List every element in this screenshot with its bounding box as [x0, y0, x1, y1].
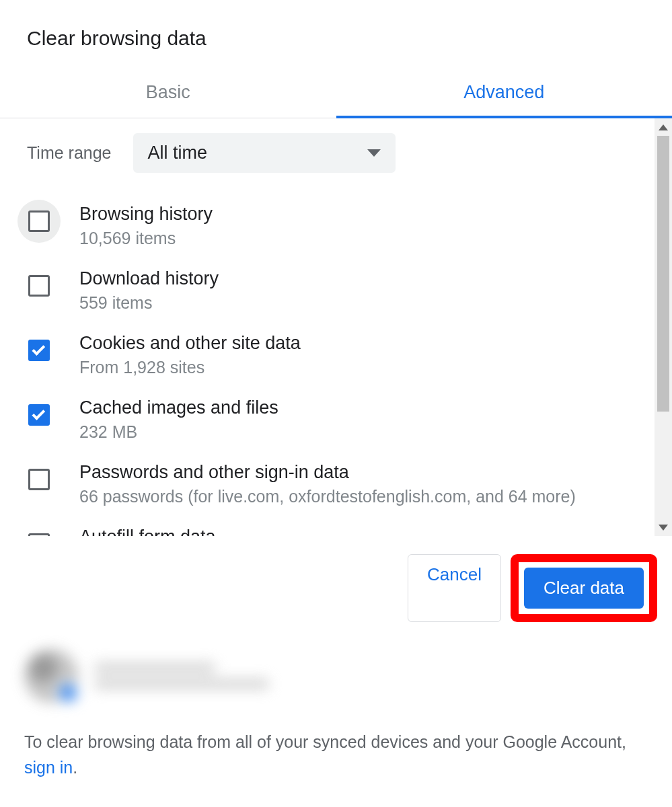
chevron-down-icon: [367, 149, 381, 157]
checkbox-icon[interactable]: [28, 340, 50, 361]
account-info-blurred: [0, 636, 672, 708]
option-browsing-history[interactable]: Browsing history 10,569 items: [17, 193, 634, 258]
dialog-actions: Cancel Clear data: [0, 536, 672, 636]
options-scroll-area: Time range All time Browsing history 10,…: [0, 118, 655, 536]
time-range-label: Time range: [27, 143, 112, 163]
dialog-body: Time range All time Browsing history 10,…: [0, 118, 672, 536]
tab-basic[interactable]: Basic: [0, 69, 336, 118]
triangle-down-icon: [659, 525, 668, 531]
option-cache[interactable]: Cached images and files 232 MB: [17, 387, 634, 451]
scroll-up-button[interactable]: [655, 118, 672, 136]
option-text: Autofill form data 2 addresses, 892 othe…: [79, 525, 346, 536]
time-range-value: All time: [148, 143, 208, 163]
option-subtitle: 10,569 items: [79, 229, 213, 248]
tab-advanced[interactable]: Advanced: [336, 69, 673, 118]
option-download-history[interactable]: Download history 559 items: [17, 258, 634, 322]
clear-data-button[interactable]: Clear data: [524, 568, 644, 609]
scrollbar[interactable]: [655, 118, 672, 536]
option-passwords[interactable]: Passwords and other sign-in data 66 pass…: [17, 451, 634, 516]
option-title: Cached images and files: [79, 397, 278, 418]
option-text: Cached images and files 232 MB: [79, 396, 278, 442]
avatar: [24, 649, 78, 703]
checkbox-icon[interactable]: [28, 469, 50, 490]
footer-note: To clear browsing data from all of your …: [0, 708, 672, 807]
check-icon: [32, 342, 45, 356]
option-text: Browsing history 10,569 items: [79, 202, 213, 248]
time-range-select[interactable]: All time: [133, 133, 396, 173]
footer-text-before: To clear browsing data from all of your …: [24, 732, 626, 751]
option-subtitle: From 1,928 sites: [79, 358, 301, 377]
options-list: Browsing history 10,569 items Download h…: [0, 188, 655, 536]
footer-text-after: .: [73, 758, 77, 777]
checkbox-wrap: [17, 458, 61, 501]
option-text: Download history 559 items: [79, 267, 219, 313]
checkbox-icon[interactable]: [28, 275, 50, 297]
triangle-up-icon: [659, 124, 668, 130]
time-range-row: Time range All time: [0, 118, 655, 188]
option-title: Browsing history: [79, 204, 213, 225]
option-subtitle: 232 MB: [79, 422, 278, 442]
checkbox-icon[interactable]: [28, 404, 50, 426]
checkbox-wrap: [17, 200, 61, 243]
cancel-button[interactable]: Cancel: [408, 554, 501, 622]
option-subtitle: 559 items: [79, 293, 219, 313]
scroll-down-button[interactable]: [655, 518, 672, 536]
option-text: Cookies and other site data From 1,928 s…: [79, 332, 301, 377]
scrollbar-track[interactable]: [655, 136, 672, 518]
option-title: Passwords and other sign-in data: [79, 462, 576, 483]
sign-in-link[interactable]: sign in: [24, 758, 73, 777]
option-autofill[interactable]: Autofill form data 2 addresses, 892 othe…: [17, 516, 634, 536]
option-title: Download history: [79, 268, 219, 289]
checkbox-wrap: [17, 393, 61, 436]
annotation-highlight: Clear data: [511, 554, 657, 622]
checkbox-wrap: [17, 264, 61, 307]
checkbox-icon[interactable]: [28, 210, 50, 232]
option-text: Passwords and other sign-in data 66 pass…: [79, 461, 576, 506]
account-text-blurred: [94, 657, 269, 695]
option-title: Autofill form data: [79, 527, 346, 536]
option-cookies[interactable]: Cookies and other site data From 1,928 s…: [17, 322, 634, 387]
dialog-title: Clear browsing data: [0, 0, 672, 69]
scrollbar-thumb[interactable]: [657, 136, 669, 412]
clear-browsing-data-dialog: Clear browsing data Basic Advanced Time …: [0, 0, 672, 807]
checkbox-wrap: [17, 329, 61, 372]
tabs: Basic Advanced: [0, 69, 672, 118]
option-subtitle: 66 passwords (for live.com, oxfordtestof…: [79, 487, 576, 506]
check-icon: [32, 407, 45, 420]
option-title: Cookies and other site data: [79, 333, 301, 354]
checkbox-wrap: [17, 523, 61, 536]
